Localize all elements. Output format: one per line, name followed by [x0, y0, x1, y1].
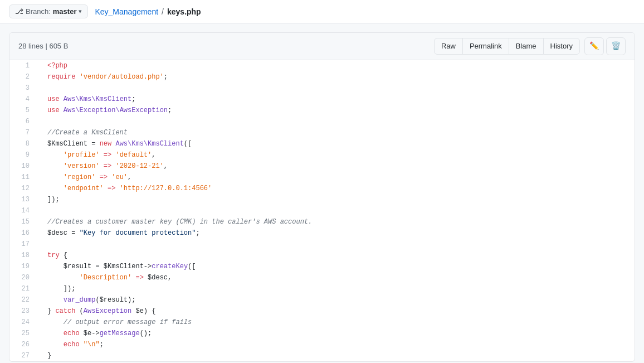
history-button[interactable]: History — [543, 38, 580, 55]
line-code — [38, 239, 635, 250]
line-num[interactable]: 23 — [9, 306, 38, 317]
top-bar: ⎇ Branch: master ▾ Key_Management / keys… — [0, 0, 644, 23]
table-row: 8 $KmsClient = new Aws\Kms\KmsClient([ — [9, 138, 635, 149]
line-code: $desc = "Key for document protection"; — [38, 228, 635, 239]
line-num[interactable]: 22 — [9, 294, 38, 306]
file-header: 28 lines | 605 B Raw Permalink Blame His… — [9, 33, 635, 60]
line-code: $KmsClient = new Aws\Kms\KmsClient([ — [38, 138, 635, 149]
code-table: 1 <?php 2 require 'vendor/autoload.php';… — [9, 60, 635, 361]
table-row: 12 'endpoint' => 'http://127.0.0.1:4566' — [9, 183, 635, 194]
table-row: 22 var_dump($result); — [9, 294, 635, 306]
line-code: var_dump($result); — [38, 294, 635, 306]
table-row: 9 'profile' => 'default', — [9, 149, 635, 161]
line-num[interactable]: 8 — [9, 138, 38, 149]
line-code: 'profile' => 'default', — [38, 149, 635, 161]
branch-selector[interactable]: ⎇ Branch: master ▾ — [9, 4, 88, 18]
line-code: echo $e->getMessage(); — [38, 328, 635, 339]
line-num[interactable]: 11 — [9, 172, 38, 183]
branch-name: master — [53, 7, 77, 16]
line-code: //Create a KmsClient — [38, 127, 635, 138]
table-row: 20 'Description' => $desc, — [9, 272, 635, 283]
table-row: 5 use Aws\Exception\AwsException; — [9, 105, 635, 116]
line-num[interactable]: 5 — [9, 105, 38, 116]
chevron-down-icon: ▾ — [79, 8, 82, 15]
line-code: $result = $KmsClient->createKey([ — [38, 261, 635, 272]
line-code: //Creates a customer master key (CMK) in… — [38, 216, 635, 228]
table-row: 26 echo "\n"; — [9, 339, 635, 350]
table-row: 16 $desc = "Key for document protection"… — [9, 228, 635, 239]
line-code: 'Description' => $desc, — [38, 272, 635, 283]
line-code: 'endpoint' => 'http://127.0.0.1:4566' — [38, 183, 635, 194]
line-num[interactable]: 21 — [9, 283, 38, 294]
table-row: 19 $result = $KmsClient->createKey([ — [9, 261, 635, 272]
line-num[interactable]: 10 — [9, 161, 38, 172]
line-num[interactable]: 9 — [9, 149, 38, 161]
table-row: 11 'region' => 'eu', — [9, 172, 635, 183]
line-code: } catch (AwsException $e) { — [38, 306, 635, 317]
line-code: use Aws\Exception\AwsException; — [38, 105, 635, 116]
code-content: 1 <?php 2 require 'vendor/autoload.php';… — [9, 60, 635, 361]
line-num[interactable]: 17 — [9, 239, 38, 250]
line-num[interactable]: 14 — [9, 205, 38, 216]
breadcrumb-file: keys.php — [167, 7, 201, 16]
table-row: 25 echo $e->getMessage(); — [9, 328, 635, 339]
line-code — [38, 116, 635, 127]
edit-button[interactable]: ✏️ — [584, 37, 604, 55]
line-num[interactable]: 27 — [9, 350, 38, 361]
line-code: use Aws\Kms\KmsClient; — [38, 94, 635, 105]
line-code: } — [38, 350, 635, 361]
line-code: ]); — [38, 194, 635, 205]
line-num[interactable]: 16 — [9, 228, 38, 239]
branch-icon: ⎇ — [15, 7, 23, 16]
table-row: 4 use Aws\Kms\KmsClient; — [9, 94, 635, 105]
file-meta: 28 lines | 605 B — [18, 42, 68, 50]
line-code: echo "\n"; — [38, 339, 635, 350]
line-code: <?php — [38, 60, 635, 71]
table-row: 14 — [9, 205, 635, 216]
breadcrumb: Key_Management / keys.php — [95, 7, 201, 16]
file-actions: Raw Permalink Blame History ✏️ 🗑️ — [435, 37, 626, 55]
breadcrumb-separator: / — [162, 7, 164, 16]
line-num[interactable]: 2 — [9, 71, 38, 83]
line-num[interactable]: 19 — [9, 261, 38, 272]
delete-button[interactable]: 🗑️ — [606, 37, 626, 55]
line-num[interactable]: 15 — [9, 216, 38, 228]
line-code: 'version' => '2020-12-21', — [38, 161, 635, 172]
line-num[interactable]: 4 — [9, 94, 38, 105]
breadcrumb-folder[interactable]: Key_Management — [95, 7, 158, 16]
line-num[interactable]: 3 — [9, 83, 38, 94]
table-row: 27 } — [9, 350, 635, 361]
permalink-button[interactable]: Permalink — [462, 38, 509, 55]
table-row: 13 ]); — [9, 194, 635, 205]
table-row: 18 try { — [9, 250, 635, 261]
line-num[interactable]: 12 — [9, 183, 38, 194]
line-num[interactable]: 24 — [9, 317, 38, 328]
line-num[interactable]: 13 — [9, 194, 38, 205]
table-row: 21 ]); — [9, 283, 635, 294]
line-code: require 'vendor/autoload.php'; — [38, 71, 635, 83]
table-row: 23 } catch (AwsException $e) { — [9, 306, 635, 317]
line-code: 'region' => 'eu', — [38, 172, 635, 183]
line-num[interactable]: 18 — [9, 250, 38, 261]
line-num[interactable]: 1 — [9, 60, 38, 71]
line-code: ]); — [38, 283, 635, 294]
file-view: 28 lines | 605 B Raw Permalink Blame His… — [9, 32, 635, 362]
table-row: 3 — [9, 83, 635, 94]
table-row: 6 — [9, 116, 635, 127]
branch-label: Branch: — [26, 7, 51, 16]
line-code — [38, 83, 635, 94]
raw-button[interactable]: Raw — [434, 38, 463, 55]
table-row: 2 require 'vendor/autoload.php'; — [9, 71, 635, 83]
table-row: 17 — [9, 239, 635, 250]
line-num[interactable]: 6 — [9, 116, 38, 127]
line-num[interactable]: 7 — [9, 127, 38, 138]
blame-button[interactable]: Blame — [509, 38, 544, 55]
table-row: 7 //Create a KmsClient — [9, 127, 635, 138]
line-num[interactable]: 26 — [9, 339, 38, 350]
line-code — [38, 205, 635, 216]
line-code: try { — [38, 250, 635, 261]
line-num[interactable]: 25 — [9, 328, 38, 339]
table-row: 15 //Creates a customer master key (CMK)… — [9, 216, 635, 228]
line-code: // output error message if fails — [38, 317, 635, 328]
line-num[interactable]: 20 — [9, 272, 38, 283]
